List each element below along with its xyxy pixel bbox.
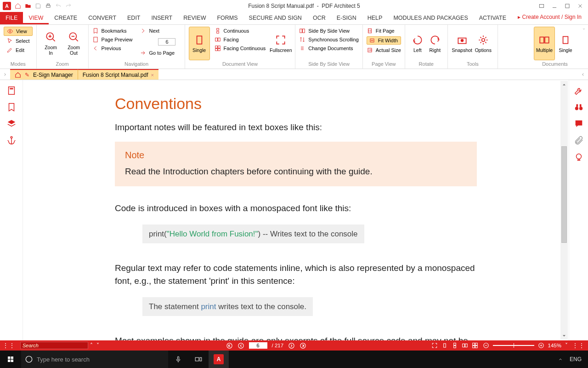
start-button[interactable] [0,356,21,363]
continuous-icon[interactable] [452,342,458,349]
docs-multiple-button[interactable]: Multiple [534,27,555,60]
svg-rect-3 [565,4,569,8]
single-page-icon[interactable] [441,342,448,349]
chevron-down-icon[interactable]: ˅ [95,342,101,349]
facing-icon[interactable] [462,342,468,349]
fullscreen-icon[interactable] [431,342,438,349]
fullscreen-button[interactable]: Fullscreen [270,27,291,60]
zoom-slider[interactable] [493,345,534,346]
status-search-input[interactable] [20,342,88,349]
scroll-down-icon[interactable] [560,332,568,339]
tab-convert[interactable]: CONVERT [83,12,122,24]
mode-view[interactable]: View [4,27,33,36]
paperclip-icon[interactable] [574,135,584,145]
first-page-icon[interactable] [226,342,233,349]
right-sidebar-toggle[interactable] [578,69,588,80]
undo-icon[interactable] [55,3,62,9]
tab-secure[interactable]: SECURE AND SIGN [243,12,307,24]
page-number-input[interactable] [158,38,175,46]
chevron-up-icon[interactable]: ˄ [88,342,95,349]
layers-icon[interactable] [6,119,17,129]
view-facing-continuous[interactable]: Facing Continuous [215,45,266,52]
mic-icon[interactable] [168,351,188,368]
rotate-right-button[interactable]: Right [426,27,444,60]
tab-edit[interactable]: EDIT [122,12,146,24]
prev-page-icon[interactable] [237,342,244,349]
status-zoom: 145% ˅ [483,342,568,349]
nav-page-preview[interactable]: Page Preview [92,36,133,43]
pv-actual-size[interactable]: 100Actual Size [367,47,401,53]
options-button[interactable]: Options [473,27,494,60]
zoom-in-button[interactable]: ZoomIn [40,27,62,60]
snapshot-button[interactable]: Snapshot [452,27,473,60]
tray-language[interactable]: ENG [570,356,582,362]
document-tab[interactable]: Fusion 8 Script Manual.pdf × [78,69,158,80]
next-page-icon[interactable] [288,342,295,349]
taskbar-search[interactable]: Type here to search [21,351,168,368]
last-page-icon[interactable] [300,342,306,349]
esign-manager-tab[interactable]: ✎ E-Sign Manager [10,69,78,80]
tab-ocr[interactable]: OCR [307,12,331,24]
anchor-icon[interactable] [6,135,17,145]
view-continuous[interactable]: Continuous [215,28,266,34]
mode-select[interactable]: Select [4,37,33,45]
rotate-left-button[interactable]: Left [409,27,426,60]
tab-view[interactable]: VIEW [23,12,49,24]
vertical-scrollbar[interactable] [560,81,568,339]
thumbnails-icon[interactable] [6,86,17,96]
tray-chevron-icon[interactable] [558,356,563,362]
facing-cont-icon[interactable] [472,342,478,349]
pv-fit-width[interactable]: Fit Width [367,36,401,45]
tab-help[interactable]: HELP [362,12,388,24]
comment-icon[interactable] [574,119,584,129]
stamp-icon[interactable] [574,152,584,162]
mode-edit[interactable]: Edit [4,46,33,54]
tab-activate[interactable]: ACTIVATE [474,12,512,24]
wrench-icon[interactable] [574,86,584,96]
scroll-up-icon[interactable] [560,81,568,88]
bookmarks-icon[interactable] [6,102,17,112]
view-facing[interactable]: Facing [215,36,266,43]
create-account-link[interactable]: Create Account / Sign In [518,14,582,20]
task-view-icon[interactable] [188,351,209,368]
sbs-view[interactable]: Side By Side View [299,28,358,34]
ribbon-collapse[interactable] [580,25,588,69]
tab-create[interactable]: CREATE [49,12,83,24]
close-tab-icon[interactable]: × [151,72,153,78]
zoom-out-button[interactable]: ZoomOut [63,27,85,60]
tab-review[interactable]: REVIEW [178,12,211,24]
document-canvas[interactable]: Conventions Important notes will be feat… [23,80,569,340]
binoculars-icon[interactable] [574,102,584,112]
open-icon[interactable] [25,3,31,9]
home-icon[interactable] [15,3,21,9]
ribbon-toggle-icon[interactable] [538,3,545,9]
left-sidebar-toggle[interactable] [0,69,10,80]
tab-modules[interactable]: MODULES AND PACKAGES [388,12,473,24]
taskbar-app-pdfarchitect[interactable]: A [209,351,229,368]
tab-esign[interactable]: E-SIGN [331,12,362,24]
sbs-change-docs[interactable]: Change Documents [299,45,358,52]
minimize-icon[interactable] [551,3,558,9]
close-icon[interactable] [577,3,583,9]
zoom-out-icon[interactable] [483,342,489,349]
nav-bookmarks[interactable]: Bookmarks [92,28,133,34]
docs-single-button[interactable]: Single [555,27,576,60]
scroll-thumb[interactable] [561,146,567,243]
status-page-input[interactable] [249,342,267,349]
redo-icon[interactable] [65,3,72,9]
zoom-level[interactable]: 145% [548,343,561,348]
pv-fit-page[interactable]: Fit Page [367,28,401,34]
svg-rect-8 [197,36,202,44]
print-icon[interactable] [45,3,51,9]
zoom-in-icon[interactable] [538,342,544,349]
nav-previous[interactable]: Previous [92,45,133,52]
view-single-button[interactable]: Single [189,27,210,60]
save-icon[interactable] [35,3,41,9]
app-icon[interactable]: A [3,2,11,10]
tab-forms[interactable]: FORMS [211,12,243,24]
tab-file[interactable]: FILE [0,12,23,24]
chevron-down-icon[interactable]: ˅ [565,342,568,349]
maximize-icon[interactable] [564,3,571,9]
tab-insert[interactable]: INSERT [146,12,178,24]
sbs-sync-scroll[interactable]: Synchronous Scrolling [299,36,358,43]
